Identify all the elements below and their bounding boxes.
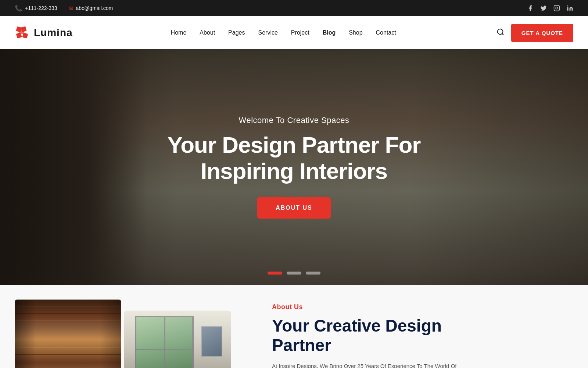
hero-subtitle: Welcome To Creative Spaces (168, 116, 421, 125)
email-icon: ✉ (68, 5, 73, 12)
logo-icon (15, 25, 30, 40)
phone-contact[interactable]: 📞 +111-222-333 (15, 5, 57, 12)
instagram-icon[interactable] (553, 5, 560, 11)
facebook-icon[interactable] (527, 5, 534, 11)
about-images (0, 285, 250, 368)
slide-dot-1[interactable] (268, 272, 282, 275)
nav-contact[interactable]: Contact (371, 26, 401, 40)
phone-icon: 📞 (15, 5, 22, 12)
main-nav: Home About Pages Service Project Blog Sh… (166, 26, 401, 40)
twitter-icon[interactable] (540, 5, 547, 11)
hero-section: Welcome To Creative Spaces Your Design P… (0, 49, 588, 285)
svg-line-9 (502, 33, 503, 35)
about-us-button[interactable]: ABOUT US (257, 197, 331, 219)
about-image-2 (124, 311, 231, 368)
about-title-line1: Your Creative Design (272, 316, 442, 335)
svg-rect-0 (554, 6, 560, 11)
slide-dot-3[interactable] (306, 272, 320, 275)
nav-home[interactable]: Home (166, 26, 192, 40)
nav-shop[interactable]: Shop (344, 26, 368, 40)
nav-project[interactable]: Project (286, 26, 315, 40)
top-bar: 📞 +111-222-333 ✉ abc@gmail.com (0, 0, 588, 16)
about-title-line2: Partner (272, 336, 331, 355)
get-quote-button[interactable]: GET A QUOTE (511, 24, 573, 42)
logo-text: Lumina (34, 27, 73, 39)
social-links (527, 5, 573, 11)
slide-dot-2[interactable] (287, 272, 301, 275)
wood-slats-decoration (15, 300, 121, 368)
hero-content: Welcome To Creative Spaces Your Design P… (160, 116, 428, 219)
top-bar-contacts: 📞 +111-222-333 ✉ abc@gmail.com (15, 5, 113, 12)
svg-rect-7 (19, 29, 24, 34)
about-image-1 (15, 300, 121, 368)
hero-title: Your Design Partner For Inspiring Interi… (168, 132, 421, 184)
header: Lumina Home About Pages Service Project … (0, 16, 588, 49)
about-section: About Us Your Creative Design Partner At… (0, 285, 588, 368)
search-button[interactable] (494, 26, 507, 40)
hero-title-line1: Your Design Partner For (168, 132, 421, 158)
about-title: Your Creative Design Partner (272, 316, 566, 355)
nav-blog[interactable]: Blog (318, 26, 341, 40)
linkedin-icon[interactable] (567, 5, 573, 11)
email-contact[interactable]: ✉ abc@gmail.com (68, 5, 113, 12)
nav-about[interactable]: About (194, 26, 220, 40)
svg-point-8 (498, 29, 503, 34)
about-label: About Us (272, 303, 566, 311)
email-address: abc@gmail.com (76, 5, 113, 11)
logo[interactable]: Lumina (15, 25, 73, 40)
svg-point-2 (567, 6, 569, 7)
hero-title-line2: Inspiring Interiors (201, 158, 387, 184)
phone-number: +111-222-333 (25, 5, 57, 11)
nav-actions: GET A QUOTE (494, 24, 573, 42)
about-description: At Inspire Designs, We Bring Over 25 Yea… (272, 362, 566, 368)
about-text: About Us Your Creative Design Partner At… (250, 285, 588, 368)
nav-pages[interactable]: Pages (223, 26, 250, 40)
slide-dots (268, 272, 320, 275)
nav-service[interactable]: Service (253, 26, 283, 40)
